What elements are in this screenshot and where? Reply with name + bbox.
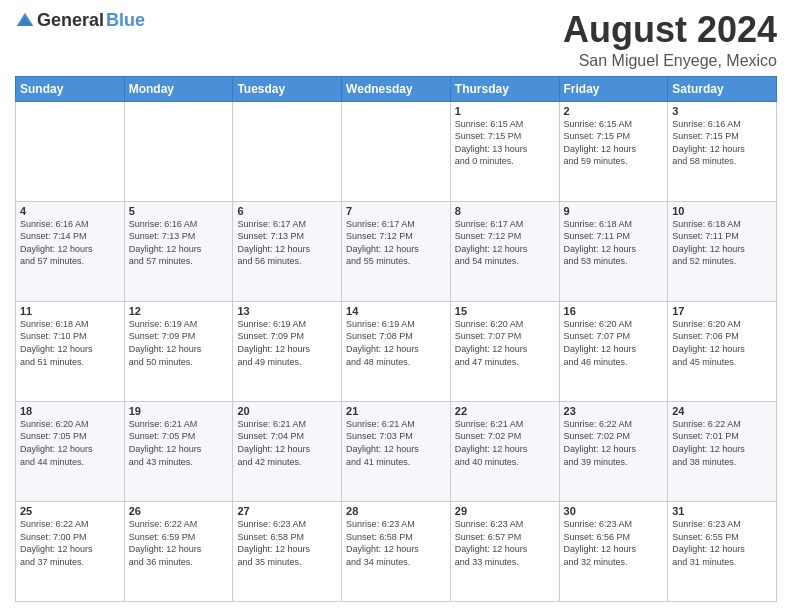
- day-number: 12: [129, 305, 229, 317]
- day-info: Sunrise: 6:20 AMSunset: 7:06 PMDaylight:…: [672, 318, 772, 368]
- day-number: 4: [20, 205, 120, 217]
- calendar-week-row-4: 25Sunrise: 6:22 AMSunset: 7:00 PMDayligh…: [16, 501, 777, 601]
- day-info: Sunrise: 6:16 AMSunset: 7:14 PMDaylight:…: [20, 218, 120, 268]
- calendar-table: Sunday Monday Tuesday Wednesday Thursday…: [15, 76, 777, 602]
- calendar-cell: 13Sunrise: 6:19 AMSunset: 7:09 PMDayligh…: [233, 301, 342, 401]
- main-title: August 2024: [563, 10, 777, 50]
- day-info: Sunrise: 6:20 AMSunset: 7:05 PMDaylight:…: [20, 418, 120, 468]
- day-number: 26: [129, 505, 229, 517]
- calendar-cell: [124, 101, 233, 201]
- day-number: 17: [672, 305, 772, 317]
- day-number: 27: [237, 505, 337, 517]
- day-info: Sunrise: 6:18 AMSunset: 7:11 PMDaylight:…: [672, 218, 772, 268]
- calendar-cell: [233, 101, 342, 201]
- logo-text-general: General: [37, 10, 104, 31]
- day-info: Sunrise: 6:23 AMSunset: 6:56 PMDaylight:…: [564, 518, 664, 568]
- day-number: 22: [455, 405, 555, 417]
- calendar-cell: 1Sunrise: 6:15 AMSunset: 7:15 PMDaylight…: [450, 101, 559, 201]
- day-info: Sunrise: 6:22 AMSunset: 6:59 PMDaylight:…: [129, 518, 229, 568]
- day-info: Sunrise: 6:23 AMSunset: 6:57 PMDaylight:…: [455, 518, 555, 568]
- day-info: Sunrise: 6:16 AMSunset: 7:15 PMDaylight:…: [672, 118, 772, 168]
- col-header-friday: Friday: [559, 76, 668, 101]
- calendar-cell: [16, 101, 125, 201]
- logo-text-blue: Blue: [106, 10, 145, 31]
- calendar-cell: 6Sunrise: 6:17 AMSunset: 7:13 PMDaylight…: [233, 201, 342, 301]
- calendar-cell: 14Sunrise: 6:19 AMSunset: 7:08 PMDayligh…: [342, 301, 451, 401]
- calendar-week-row-3: 18Sunrise: 6:20 AMSunset: 7:05 PMDayligh…: [16, 401, 777, 501]
- day-info: Sunrise: 6:19 AMSunset: 7:09 PMDaylight:…: [129, 318, 229, 368]
- calendar-cell: 7Sunrise: 6:17 AMSunset: 7:12 PMDaylight…: [342, 201, 451, 301]
- calendar-cell: 10Sunrise: 6:18 AMSunset: 7:11 PMDayligh…: [668, 201, 777, 301]
- day-info: Sunrise: 6:21 AMSunset: 7:05 PMDaylight:…: [129, 418, 229, 468]
- day-number: 21: [346, 405, 446, 417]
- day-info: Sunrise: 6:17 AMSunset: 7:12 PMDaylight:…: [455, 218, 555, 268]
- day-info: Sunrise: 6:15 AMSunset: 7:15 PMDaylight:…: [564, 118, 664, 168]
- day-info: Sunrise: 6:21 AMSunset: 7:03 PMDaylight:…: [346, 418, 446, 468]
- day-info: Sunrise: 6:16 AMSunset: 7:13 PMDaylight:…: [129, 218, 229, 268]
- calendar-cell: [342, 101, 451, 201]
- day-number: 28: [346, 505, 446, 517]
- calendar-cell: 25Sunrise: 6:22 AMSunset: 7:00 PMDayligh…: [16, 501, 125, 601]
- calendar-cell: 19Sunrise: 6:21 AMSunset: 7:05 PMDayligh…: [124, 401, 233, 501]
- day-number: 14: [346, 305, 446, 317]
- day-number: 23: [564, 405, 664, 417]
- calendar-cell: 16Sunrise: 6:20 AMSunset: 7:07 PMDayligh…: [559, 301, 668, 401]
- logo: GeneralBlue: [15, 10, 145, 31]
- calendar-week-row-0: 1Sunrise: 6:15 AMSunset: 7:15 PMDaylight…: [16, 101, 777, 201]
- col-header-saturday: Saturday: [668, 76, 777, 101]
- day-number: 31: [672, 505, 772, 517]
- day-number: 20: [237, 405, 337, 417]
- calendar-week-row-2: 11Sunrise: 6:18 AMSunset: 7:10 PMDayligh…: [16, 301, 777, 401]
- day-info: Sunrise: 6:20 AMSunset: 7:07 PMDaylight:…: [455, 318, 555, 368]
- day-number: 11: [20, 305, 120, 317]
- day-number: 29: [455, 505, 555, 517]
- col-header-thursday: Thursday: [450, 76, 559, 101]
- day-info: Sunrise: 6:20 AMSunset: 7:07 PMDaylight:…: [564, 318, 664, 368]
- day-number: 15: [455, 305, 555, 317]
- calendar-cell: 2Sunrise: 6:15 AMSunset: 7:15 PMDaylight…: [559, 101, 668, 201]
- day-info: Sunrise: 6:22 AMSunset: 7:02 PMDaylight:…: [564, 418, 664, 468]
- calendar-cell: 9Sunrise: 6:18 AMSunset: 7:11 PMDaylight…: [559, 201, 668, 301]
- calendar-cell: 3Sunrise: 6:16 AMSunset: 7:15 PMDaylight…: [668, 101, 777, 201]
- calendar-cell: 28Sunrise: 6:23 AMSunset: 6:58 PMDayligh…: [342, 501, 451, 601]
- day-info: Sunrise: 6:21 AMSunset: 7:04 PMDaylight:…: [237, 418, 337, 468]
- day-info: Sunrise: 6:18 AMSunset: 7:11 PMDaylight:…: [564, 218, 664, 268]
- day-number: 19: [129, 405, 229, 417]
- day-number: 8: [455, 205, 555, 217]
- calendar-cell: 17Sunrise: 6:20 AMSunset: 7:06 PMDayligh…: [668, 301, 777, 401]
- day-info: Sunrise: 6:23 AMSunset: 6:58 PMDaylight:…: [346, 518, 446, 568]
- title-area: August 2024 San Miguel Enyege, Mexico: [563, 10, 777, 70]
- calendar-cell: 31Sunrise: 6:23 AMSunset: 6:55 PMDayligh…: [668, 501, 777, 601]
- logo-icon: [15, 11, 35, 31]
- calendar-cell: 21Sunrise: 6:21 AMSunset: 7:03 PMDayligh…: [342, 401, 451, 501]
- col-header-sunday: Sunday: [16, 76, 125, 101]
- calendar-cell: 30Sunrise: 6:23 AMSunset: 6:56 PMDayligh…: [559, 501, 668, 601]
- day-info: Sunrise: 6:21 AMSunset: 7:02 PMDaylight:…: [455, 418, 555, 468]
- day-number: 1: [455, 105, 555, 117]
- col-header-monday: Monday: [124, 76, 233, 101]
- calendar-cell: 23Sunrise: 6:22 AMSunset: 7:02 PMDayligh…: [559, 401, 668, 501]
- day-number: 13: [237, 305, 337, 317]
- col-header-wednesday: Wednesday: [342, 76, 451, 101]
- calendar-header-row: Sunday Monday Tuesday Wednesday Thursday…: [16, 76, 777, 101]
- calendar-cell: 12Sunrise: 6:19 AMSunset: 7:09 PMDayligh…: [124, 301, 233, 401]
- day-number: 24: [672, 405, 772, 417]
- calendar-cell: 11Sunrise: 6:18 AMSunset: 7:10 PMDayligh…: [16, 301, 125, 401]
- calendar-cell: 22Sunrise: 6:21 AMSunset: 7:02 PMDayligh…: [450, 401, 559, 501]
- day-number: 30: [564, 505, 664, 517]
- calendar-cell: 4Sunrise: 6:16 AMSunset: 7:14 PMDaylight…: [16, 201, 125, 301]
- calendar-cell: 26Sunrise: 6:22 AMSunset: 6:59 PMDayligh…: [124, 501, 233, 601]
- calendar-cell: 5Sunrise: 6:16 AMSunset: 7:13 PMDaylight…: [124, 201, 233, 301]
- day-info: Sunrise: 6:23 AMSunset: 6:55 PMDaylight:…: [672, 518, 772, 568]
- calendar-cell: 18Sunrise: 6:20 AMSunset: 7:05 PMDayligh…: [16, 401, 125, 501]
- day-number: 9: [564, 205, 664, 217]
- day-number: 2: [564, 105, 664, 117]
- day-number: 25: [20, 505, 120, 517]
- calendar-cell: 29Sunrise: 6:23 AMSunset: 6:57 PMDayligh…: [450, 501, 559, 601]
- day-number: 7: [346, 205, 446, 217]
- day-info: Sunrise: 6:22 AMSunset: 7:01 PMDaylight:…: [672, 418, 772, 468]
- day-info: Sunrise: 6:18 AMSunset: 7:10 PMDaylight:…: [20, 318, 120, 368]
- subtitle: San Miguel Enyege, Mexico: [563, 52, 777, 70]
- calendar-week-row-1: 4Sunrise: 6:16 AMSunset: 7:14 PMDaylight…: [16, 201, 777, 301]
- day-number: 10: [672, 205, 772, 217]
